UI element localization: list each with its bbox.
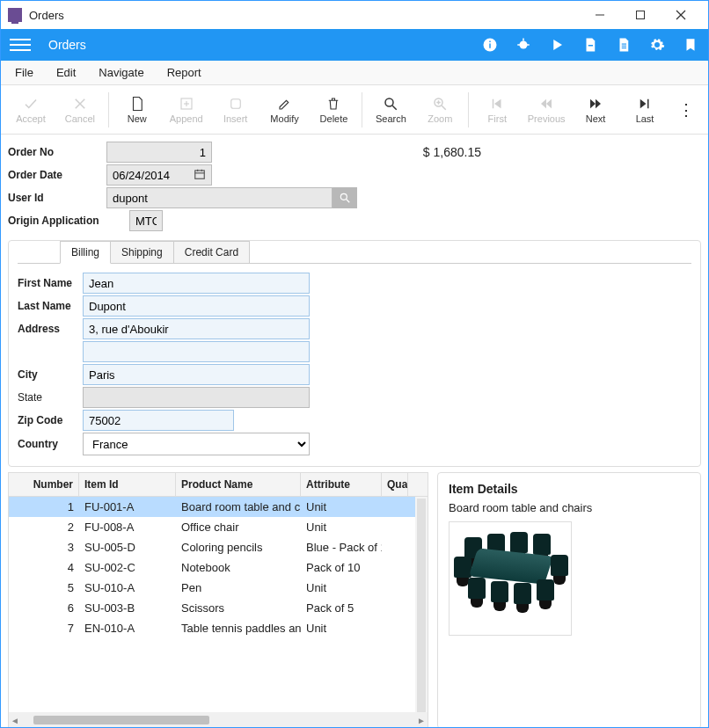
cell-number: 6 xyxy=(9,598,79,618)
cell-number: 3 xyxy=(9,537,79,557)
play-icon[interactable] xyxy=(548,36,566,54)
svg-point-40 xyxy=(340,193,347,200)
user-id-input[interactable] xyxy=(106,187,333,208)
cell-product-name: Pen xyxy=(176,578,301,598)
order-date-input[interactable] xyxy=(107,165,188,185)
user-search-icon[interactable] xyxy=(333,187,357,208)
menu-navigate[interactable]: Navigate xyxy=(90,62,152,83)
cancel-button: Cancel xyxy=(55,96,105,124)
col-product-name[interactable]: Product Name xyxy=(176,473,301,496)
cell-product-name: Board room table and ch xyxy=(176,497,301,517)
search-button[interactable]: Search xyxy=(366,96,415,124)
svg-rect-6 xyxy=(489,41,491,43)
cell-product-name: Notebook xyxy=(176,557,301,578)
svg-marker-30 xyxy=(541,98,546,108)
table-row[interactable]: 3SU-005-DColoring pencilsBlue - Pack of … xyxy=(9,537,428,557)
svg-line-25 xyxy=(442,106,447,110)
bookmark-icon[interactable] xyxy=(682,36,699,54)
next-button[interactable]: Next xyxy=(571,96,620,124)
user-id-label: User Id xyxy=(8,192,106,204)
cell-item-id: FU-001-A xyxy=(79,497,176,517)
table-row[interactable]: 6SU-003-BScissorsPack of 5 xyxy=(9,598,428,618)
window-title: Orders xyxy=(29,9,580,22)
cell-item-id: EN-010-A xyxy=(79,618,176,638)
delete-button[interactable]: Delete xyxy=(310,96,359,124)
last-name-input[interactable] xyxy=(83,295,310,317)
col-attribute[interactable]: Attribute xyxy=(301,473,382,496)
calendar-icon[interactable] xyxy=(188,168,211,183)
cell-qua xyxy=(382,598,408,618)
cell-attribute: Unit xyxy=(301,618,382,638)
cell-qua xyxy=(382,557,408,578)
details-image xyxy=(449,521,572,636)
cell-number: 1 xyxy=(9,497,79,517)
col-item-id[interactable]: Item Id xyxy=(79,473,176,496)
col-qua[interactable]: Qua xyxy=(382,473,408,496)
last-button[interactable]: Last xyxy=(620,96,669,124)
table-row[interactable]: 1FU-001-ABoard room table and chUnit xyxy=(9,497,428,517)
state-input[interactable] xyxy=(83,387,310,408)
origin-input[interactable] xyxy=(129,210,163,231)
menu-report[interactable]: Report xyxy=(158,62,210,83)
menu-file[interactable]: File xyxy=(6,62,42,83)
address2-input[interactable] xyxy=(83,341,310,362)
menu-icon[interactable] xyxy=(10,39,31,51)
cell-product-name: Coloring pencils xyxy=(176,537,301,557)
cell-item-id: FU-008-A xyxy=(79,517,176,537)
app-header: Orders xyxy=(1,29,708,61)
order-date-field[interactable] xyxy=(106,164,212,186)
modify-button[interactable]: Modify xyxy=(260,96,310,124)
svg-rect-36 xyxy=(195,170,205,178)
bug-icon[interactable] xyxy=(515,36,532,54)
cell-attribute: Unit xyxy=(301,517,382,537)
info-icon[interactable] xyxy=(481,36,499,54)
cell-attribute: Unit xyxy=(301,578,382,598)
country-select[interactable]: France xyxy=(83,433,310,455)
svg-marker-34 xyxy=(640,98,647,108)
address1-input[interactable] xyxy=(83,318,310,339)
first-name-input[interactable] xyxy=(83,273,310,294)
item-details-panel: Item Details Board room table and chairs xyxy=(437,472,701,728)
cell-item-id: SU-005-D xyxy=(79,537,176,557)
vertical-scrollbar[interactable] xyxy=(415,497,428,712)
svg-line-41 xyxy=(347,200,350,203)
tab-billing[interactable]: Billing xyxy=(60,241,111,264)
overflow-icon[interactable]: ⋮ xyxy=(669,100,703,120)
table-row[interactable]: 5SU-010-APenUnit xyxy=(9,578,428,598)
svg-marker-29 xyxy=(494,98,501,108)
cell-product-name: Table tennis paddles and xyxy=(176,618,301,638)
app-title: Orders xyxy=(48,38,481,52)
file-lines-icon[interactable] xyxy=(615,36,632,54)
table-row[interactable]: 4SU-002-CNotebookPack of 10 xyxy=(9,557,428,578)
previous-button: Previous xyxy=(522,96,571,124)
grid-body[interactable]: 1FU-001-ABoard room table and chUnit2FU-… xyxy=(9,497,428,712)
table-row[interactable]: 2FU-008-AOffice chairUnit xyxy=(9,517,428,537)
accept-button: Accept xyxy=(6,96,55,124)
cell-qua xyxy=(382,517,408,537)
maximize-button[interactable] xyxy=(620,2,661,28)
menu-edit[interactable]: Edit xyxy=(48,62,84,83)
horizontal-scrollbar[interactable]: ◄► xyxy=(9,712,428,728)
col-number[interactable]: Number xyxy=(9,473,79,496)
tab-shipping[interactable]: Shipping xyxy=(110,241,174,264)
order-no-input[interactable] xyxy=(106,142,212,163)
svg-marker-31 xyxy=(546,98,552,108)
svg-rect-1 xyxy=(637,11,645,19)
file-icon[interactable] xyxy=(581,36,599,54)
order-no-label: Order No xyxy=(8,146,106,158)
close-button[interactable] xyxy=(661,2,701,28)
cell-number: 5 xyxy=(9,578,79,598)
new-button[interactable]: New xyxy=(113,96,162,124)
table-row[interactable]: 7EN-010-ATable tennis paddles andUnit xyxy=(9,618,428,638)
details-desc: Board room table and chairs xyxy=(449,501,690,514)
cell-qua xyxy=(382,497,408,517)
items-grid: Number Item Id Product Name Attribute Qu… xyxy=(8,472,428,728)
zip-input[interactable] xyxy=(83,410,234,431)
app-icon xyxy=(8,8,22,22)
minimize-button[interactable] xyxy=(580,2,620,28)
tab-credit-card[interactable]: Credit Card xyxy=(173,241,250,264)
gear-icon[interactable] xyxy=(648,36,666,54)
cell-item-id: SU-010-A xyxy=(79,578,176,598)
origin-label: Origin Application xyxy=(8,215,129,227)
city-input[interactable] xyxy=(83,364,310,385)
